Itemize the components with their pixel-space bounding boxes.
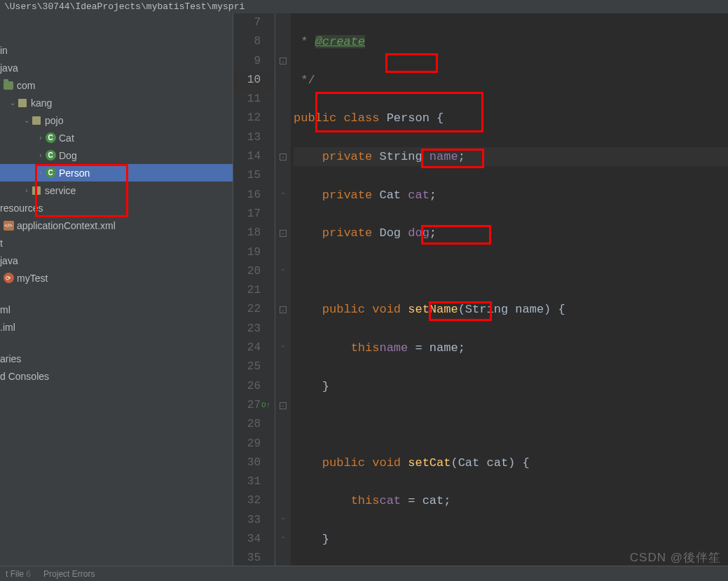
line-gutter: 7 8 9 10 11 12 13 14 15 16 17 18 19 20 2… — [233, 13, 275, 566]
annotation-box — [385, 53, 438, 73]
override-icon[interactable]: O↑ — [261, 396, 270, 415]
code-line: } — [294, 530, 728, 549]
code-area[interactable]: * @create */ public class Person { priva… — [291, 13, 728, 566]
chevron-down-icon[interactable]: ⌄ — [22, 116, 31, 124]
code-line: private Dog dog; — [294, 224, 728, 242]
code-line: * @create — [294, 32, 728, 51]
status-bar: t File 6 Project Errors — [0, 566, 728, 581]
tree-item-aries[interactable]: aries — [0, 350, 233, 367]
chevron-right-icon[interactable]: › — [36, 169, 45, 177]
fold-icon[interactable]: - — [280, 230, 287, 237]
code-line: thisname = name; — [294, 339, 728, 357]
tree-item-ml[interactable]: ml — [0, 301, 233, 318]
tree-item-cat[interactable]: ›CCat — [0, 129, 233, 146]
code-line: private String name; — [294, 147, 728, 166]
tree-item-mytest[interactable]: ⟳myTest — [0, 269, 233, 287]
tree-item-com[interactable]: com — [0, 76, 233, 94]
fold-icon[interactable]: - — [280, 153, 287, 160]
fold-gutter: - - ⌃ - ⌃ - ⌃ - ⌃ ⌃ — [275, 13, 291, 566]
code-line — [294, 262, 728, 281]
watermark: CSDN @後伴笙 — [630, 549, 721, 566]
code-line — [294, 415, 728, 434]
code-line: thiscat = cat; — [294, 491, 728, 510]
chevron-down-icon[interactable]: ⌄ — [8, 99, 17, 107]
code-line: private Cat cat; — [294, 186, 728, 205]
code-editor[interactable]: 7 8 9 10 11 12 13 14 15 16 17 18 19 20 2… — [233, 13, 728, 566]
tree-item-dog[interactable]: ›CDog — [0, 146, 233, 164]
fold-icon[interactable]: - — [280, 402, 287, 409]
tree-item-iml[interactable]: .iml — [0, 318, 233, 336]
tab-current-file[interactable]: t File 6 — [6, 569, 31, 579]
tree-item-kang[interactable]: ⌄kang — [0, 94, 233, 111]
tree-item-pojo[interactable]: ⌄pojo — [0, 111, 233, 129]
code-line: */ — [294, 71, 728, 90]
tree-item-person[interactable]: ›CPerson — [0, 164, 233, 182]
code-line: public void setName(String name) { — [294, 300, 728, 319]
chevron-right-icon[interactable]: › — [36, 134, 45, 142]
tree-item-java2[interactable]: java — [0, 252, 233, 269]
fold-icon[interactable]: - — [280, 306, 287, 313]
tab-project-errors[interactable]: Project Errors — [43, 569, 95, 579]
code-line: public class Person { — [294, 109, 728, 128]
tree-item-resources[interactable]: resources — [0, 199, 233, 217]
tree-item-t[interactable]: t — [0, 234, 233, 252]
chevron-right-icon[interactable]: › — [36, 151, 45, 159]
code-line: } — [294, 377, 728, 396]
code-line: public void setCat(Cat cat) { — [294, 453, 728, 472]
tree-item-consoles[interactable]: d Consoles — [0, 367, 233, 385]
breadcrumb: \Users\30744\IdeaProjects\mybatisTest\my… — [0, 0, 728, 13]
tree-item-java[interactable]: java — [0, 59, 233, 76]
fold-icon[interactable]: - — [280, 57, 287, 64]
tree-item-service[interactable]: ›service — [0, 182, 233, 199]
project-tree[interactable]: in java com ⌄kang ⌄pojo ›CCat ›CDog ›CPe… — [0, 13, 233, 566]
tree-item-in[interactable]: in — [0, 41, 233, 59]
tree-item-appctx[interactable]: </>applicationContext.xml — [0, 217, 233, 234]
chevron-right-icon[interactable]: › — [22, 186, 31, 194]
